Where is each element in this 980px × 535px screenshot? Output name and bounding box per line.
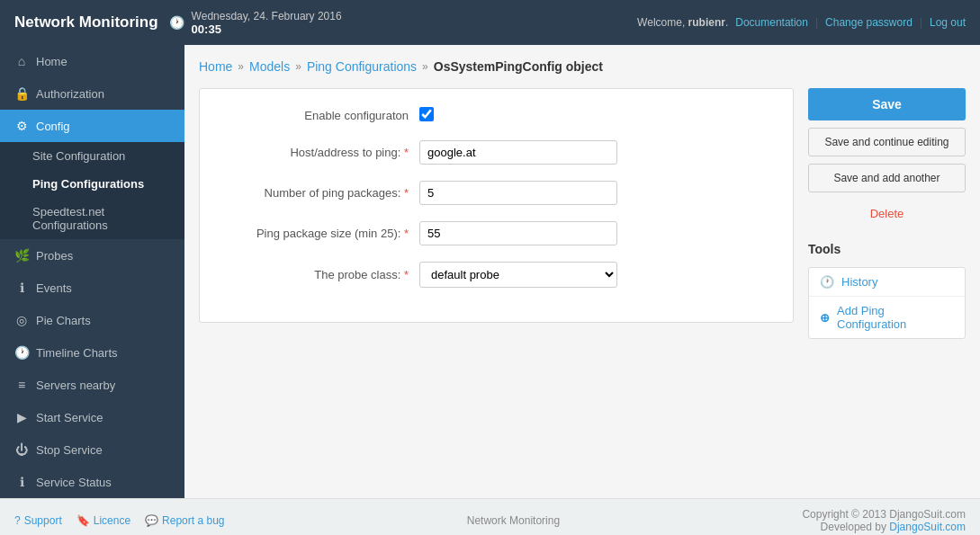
sidebar-item-timeline-charts-label: Timeline Charts: [36, 346, 118, 360]
report-bug-link[interactable]: 💬 Report a bug: [145, 514, 224, 527]
licence-label: Licence: [94, 514, 130, 527]
sidebar-sub-menu: Site Configuration Ping Configurations S…: [0, 142, 184, 239]
sidebar-item-ping-configurations[interactable]: Ping Configurations: [0, 170, 184, 198]
sidebar-item-timeline-charts[interactable]: 🕐 Timeline Charts: [0, 336, 184, 369]
save-continue-button[interactable]: Save and continue editing: [808, 128, 966, 156]
sidebar-item-config-label: Config: [36, 120, 70, 133]
add-ping-link[interactable]: Add Ping Configuration: [837, 304, 954, 331]
home-icon: ⌂: [14, 54, 29, 68]
main-layout: ⌂ Home 🔒 Authorization ⚙ Config Site Con…: [0, 45, 980, 498]
developed-by: Developed by DjangoSuit.com: [802, 521, 966, 533]
stop-icon: ⏻: [14, 442, 29, 457]
report-bug-label: Report a bug: [162, 514, 224, 527]
history-link[interactable]: History: [841, 275, 877, 289]
ping-size-label: Ping package size (min 25):: [221, 227, 419, 240]
footer-right: Copyright © 2013 DjangoSuit.com Develope…: [802, 508, 966, 533]
header-date: Wednesday, 24. February 2016: [192, 10, 342, 22]
eye-icon: ◎: [14, 313, 29, 327]
breadcrumb-ping-configurations[interactable]: Ping Configurations: [307, 59, 417, 74]
host-input-wrap: [419, 140, 617, 165]
app-brand: Network Monitoring: [14, 13, 158, 31]
sidebar-item-home-label: Home: [36, 55, 67, 68]
sidebar-item-servers-nearby[interactable]: ≡ Servers nearby: [0, 369, 184, 401]
sidebar-item-site-configuration[interactable]: Site Configuration: [0, 142, 184, 170]
events-icon: ℹ: [14, 281, 29, 295]
documentation-link[interactable]: Documentation: [735, 16, 808, 29]
host-label: Host/address to ping:: [221, 146, 419, 159]
form-panel: Enable configuraton Host/address to ping…: [199, 88, 794, 323]
tools-title: Tools: [808, 242, 966, 260]
sidebar-item-pie-charts-label: Pie Charts: [36, 314, 91, 327]
sidebar-item-start-service-label: Start Service: [36, 411, 103, 424]
history-icon: 🕐: [820, 275, 834, 289]
djangosuit-link[interactable]: DjangoSuit.com: [889, 521, 966, 533]
list-icon: ≡: [14, 378, 29, 392]
header-datetime: Wednesday, 24. February 2016 00:35: [192, 10, 342, 36]
tools-section: Tools 🕐 History ⊕ Add Ping Configuration: [808, 242, 966, 339]
save-add-button[interactable]: Save and add another: [808, 164, 966, 192]
footer-center: Network Monitoring: [467, 514, 560, 527]
sidebar-item-stop-service[interactable]: ⏻ Stop Service: [0, 433, 184, 466]
report-bug-icon: 💬: [145, 514, 158, 527]
ping-packages-input-wrap: [419, 181, 617, 205]
probe-class-select-wrap: default probe: [419, 262, 617, 288]
ping-size-input-wrap: [419, 221, 617, 245]
enable-input-wrap: [419, 107, 617, 124]
save-button[interactable]: Save: [808, 88, 966, 120]
tools-card: 🕐 History ⊕ Add Ping Configuration: [808, 267, 966, 339]
sidebar-item-authorization-label: Authorization: [36, 87, 104, 101]
content-area: Home » Models » Ping Configurations » Os…: [184, 45, 980, 498]
form-row-ping-size: Ping package size (min 25):: [221, 221, 771, 245]
sidebar-item-start-service[interactable]: ▶ Start Service: [0, 401, 184, 433]
sidebar-item-probes-label: Probes: [36, 249, 73, 263]
header: Network Monitoring 🕐 Wednesday, 24. Febr…: [0, 0, 980, 45]
sidebar-item-events[interactable]: ℹ Events: [0, 272, 184, 304]
gear-icon: ⚙: [14, 119, 29, 133]
breadcrumb-current: OsSystemPingConfig object: [434, 59, 603, 74]
logout-link[interactable]: Log out: [930, 16, 966, 29]
support-icon: ?: [14, 514, 21, 527]
welcome-text: Welcome, rubienr.: [637, 16, 728, 29]
footer: ? Support 🔖 Licence 💬 Report a bug Netwo…: [0, 498, 980, 535]
delete-button[interactable]: Delete: [808, 200, 966, 227]
form-row-host: Host/address to ping:: [221, 140, 771, 165]
tools-item-add-ping: ⊕ Add Ping Configuration: [809, 297, 965, 338]
play-icon: ▶: [14, 410, 29, 424]
info-icon: ℹ: [14, 475, 29, 489]
breadcrumb: Home » Models » Ping Configurations » Os…: [199, 59, 966, 74]
licence-icon: 🔖: [76, 514, 90, 527]
header-time: 00:35: [192, 22, 221, 36]
form-row-ping-packages: Number of ping packages:: [221, 181, 771, 205]
footer-left: ? Support 🔖 Licence 💬 Report a bug: [14, 514, 224, 527]
breadcrumb-models[interactable]: Models: [249, 59, 290, 74]
sidebar-item-servers-nearby-label: Servers nearby: [36, 379, 115, 392]
sidebar-item-speedtest-configurations[interactable]: Speedtest.net Configurations: [0, 198, 184, 239]
form-row-enable: Enable configuraton: [221, 107, 771, 124]
support-label: Support: [24, 514, 62, 527]
sidebar-item-events-label: Events: [36, 281, 72, 295]
sidebar-item-config[interactable]: ⚙ Config: [0, 110, 184, 142]
licence-link[interactable]: 🔖 Licence: [76, 514, 130, 527]
sidebar: ⌂ Home 🔒 Authorization ⚙ Config Site Con…: [0, 45, 184, 498]
change-password-link[interactable]: Change password: [825, 16, 913, 29]
enable-configuration-checkbox[interactable]: [419, 107, 434, 121]
header-left: Network Monitoring 🕐 Wednesday, 24. Febr…: [14, 10, 342, 36]
lock-icon: 🔒: [14, 86, 29, 101]
sidebar-item-authorization[interactable]: 🔒 Authorization: [0, 77, 184, 110]
probe-class-select[interactable]: default probe: [419, 262, 617, 288]
breadcrumb-home[interactable]: Home: [199, 59, 232, 74]
host-address-input[interactable]: [419, 140, 617, 165]
ping-packages-input[interactable]: [419, 181, 617, 205]
ping-package-size-input[interactable]: [419, 221, 617, 245]
clock-icon-sidebar: 🕐: [14, 345, 29, 360]
header-right: Welcome, rubienr. Documentation | Change…: [637, 16, 966, 29]
sidebar-item-probes[interactable]: 🌿 Probes: [0, 239, 184, 272]
add-icon: ⊕: [820, 311, 830, 325]
clock-icon: 🕐: [169, 15, 184, 30]
sidebar-item-service-status[interactable]: ℹ Service Status: [0, 466, 184, 498]
sidebar-item-pie-charts[interactable]: ◎ Pie Charts: [0, 304, 184, 336]
probes-icon: 🌿: [14, 248, 29, 263]
sidebar-item-home[interactable]: ⌂ Home: [0, 45, 184, 77]
form-row-probe-class: The probe class: default probe: [221, 262, 771, 288]
support-link[interactable]: ? Support: [14, 514, 62, 527]
